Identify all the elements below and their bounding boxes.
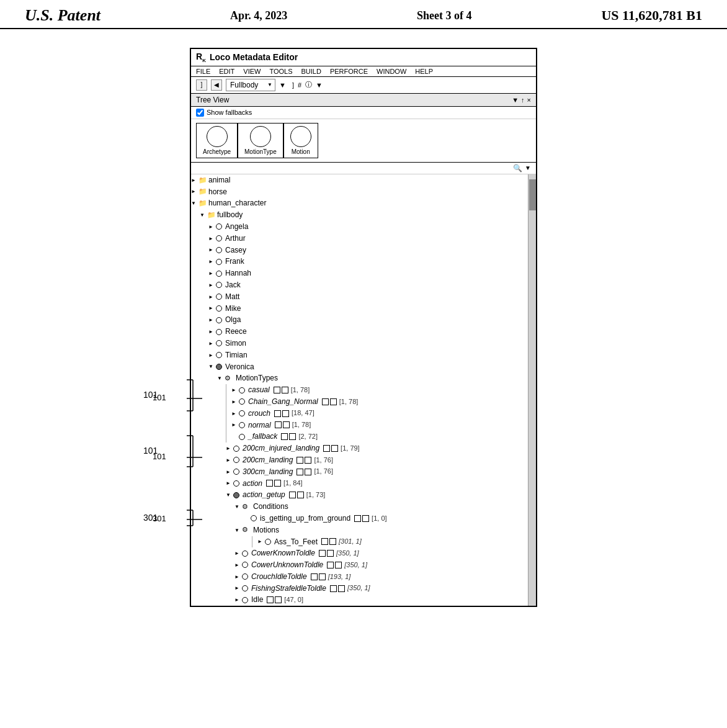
cb-ci-1[interactable] xyxy=(311,573,318,580)
tree-item-animal[interactable]: ► 📁 animal xyxy=(191,174,527,186)
tree-item-chain-gang-normal[interactable]: ► Chain_Gang_Normal [1, 78] xyxy=(226,396,527,408)
toolbar-hash[interactable]: # xyxy=(298,81,301,89)
tree-item-human-character[interactable]: ▼ 📁 human_character xyxy=(191,197,527,209)
menu-build[interactable]: BUILD xyxy=(301,68,321,75)
tree-item-casual[interactable]: ► casual [1, 78] xyxy=(226,384,527,396)
tree-item-fullbody[interactable]: ▼ 📁 fullbody xyxy=(191,209,527,221)
toolbar-person-btn[interactable]: ◀ xyxy=(211,79,222,91)
tree-item-casey[interactable]: ► Casey xyxy=(191,245,527,256)
tree-item-horse[interactable]: ► 📁 horse xyxy=(191,186,527,198)
tree-item-crouch-idle[interactable]: ► CrouchIdleToldle [193, 1] xyxy=(191,571,527,583)
tab-motion[interactable]: Motion xyxy=(283,123,318,158)
cb-200inj-2[interactable] xyxy=(331,445,338,452)
tree-item-cower-unknown[interactable]: ► CowerUnknownToldle [350, 1] xyxy=(191,559,527,571)
tree-item-angela[interactable]: ► Angela xyxy=(191,221,527,233)
show-fallbacks-checkbox[interactable] xyxy=(196,109,204,117)
tree-item-mike[interactable]: ► Mike xyxy=(191,303,527,315)
cb-normal-2[interactable] xyxy=(283,421,290,428)
cb-isgetting-1[interactable] xyxy=(354,515,361,522)
tree-item-is-getting-up[interactable]: is_getting_up_from_ground [1, 0] xyxy=(191,513,527,524)
tree-item-fallback[interactable]: ► _fallback [2, 72] xyxy=(226,431,527,443)
toolbar-down-arrow[interactable]: ▼ xyxy=(316,81,323,89)
cb-200land-2[interactable] xyxy=(305,457,311,464)
cb-actiongetup-2[interactable] xyxy=(297,492,304,498)
panel-ctrl-arrow[interactable]: ▼ xyxy=(512,96,519,104)
menu-perforce[interactable]: PERFORCE xyxy=(330,68,368,75)
scrollbar-thumb[interactable] xyxy=(529,179,536,210)
menu-view[interactable]: VIEW xyxy=(243,68,261,75)
cb-cgn-2[interactable] xyxy=(330,398,337,405)
cb-casual-1[interactable] xyxy=(274,387,280,393)
toolbar-dropdown[interactable]: Fullbody xyxy=(226,79,275,91)
tree-item-200cm-injured[interactable]: ► 200cm_injured_landing [1, 79] xyxy=(191,443,527,454)
cb-200land-1[interactable] xyxy=(297,457,303,464)
cb-fish-1[interactable] xyxy=(330,585,337,592)
scrollbar[interactable] xyxy=(528,174,536,606)
tree-item-cower-known[interactable]: ► CowerKnownToldle [350, 1] xyxy=(191,547,527,559)
tree-item-normal[interactable]: ► normal [1, 78] xyxy=(226,420,527,431)
cb-isgetting-2[interactable] xyxy=(362,515,369,522)
cb-idle-1[interactable] xyxy=(267,596,274,603)
cb-ci-2[interactable] xyxy=(319,573,326,580)
tree-item-simon[interactable]: ► Simon xyxy=(191,338,527,349)
tree-item-conditions[interactable]: ▼ ⚙ Conditions xyxy=(191,501,527,513)
panel-ctrl-pin[interactable]: ↑ xyxy=(521,96,525,104)
menu-help[interactable]: HELP xyxy=(415,68,433,75)
label-olga: Olga xyxy=(225,315,241,325)
cb-300land-2[interactable] xyxy=(305,469,311,475)
menu-tools[interactable]: TOOLS xyxy=(269,68,292,75)
cb-action-2[interactable] xyxy=(274,480,281,487)
cb-fallback-2[interactable] xyxy=(289,433,296,440)
cb-action-1[interactable] xyxy=(266,480,273,487)
tree-item-300cm-landing[interactable]: ► 300cm_landing [1, 76] xyxy=(191,466,527,478)
tree-item-arthur[interactable]: ► Arthur xyxy=(191,233,527,245)
panel-ctrl-close[interactable]: × xyxy=(527,96,531,104)
toolbar-bracket-btn[interactable]: ] xyxy=(196,79,207,91)
cb-fallback-1[interactable] xyxy=(281,433,288,440)
cb-idle-2[interactable] xyxy=(275,596,282,603)
tree-item-veronica[interactable]: ▼ Veronica xyxy=(191,361,527,373)
tree-item-frank[interactable]: ► Frank xyxy=(191,256,527,267)
cb-normal-1[interactable] xyxy=(275,421,282,428)
tree-item-action-getup[interactable]: ▼ action_getup [1, 73] xyxy=(191,489,527,501)
tab-archetype[interactable]: Archetype xyxy=(196,123,238,158)
tree-item-reece[interactable]: ► Reece xyxy=(191,326,527,338)
cb-crouch-1[interactable] xyxy=(274,410,281,417)
menu-window[interactable]: WINDOW xyxy=(377,68,406,75)
cb-cu-2[interactable] xyxy=(335,562,342,568)
cb-fish-2[interactable] xyxy=(338,585,345,592)
menu-file[interactable]: FILE xyxy=(196,68,210,75)
search-dropdown-arrow[interactable]: ▼ xyxy=(525,164,531,171)
search-icon[interactable]: 🔍 xyxy=(513,164,522,173)
tree-item-olga[interactable]: ► Olga xyxy=(191,314,527,326)
tree-item-crouch[interactable]: ► crouch [18, 47] xyxy=(226,408,527,420)
label-idle: Idle xyxy=(251,595,263,605)
tree-item-200cm-landing[interactable]: ► 200cm_landing [1, 76] xyxy=(191,454,527,466)
cb-ck-2[interactable] xyxy=(327,550,334,557)
cb-cu-1[interactable] xyxy=(327,562,334,568)
cb-cgn-1[interactable] xyxy=(322,398,329,405)
range-casual: [1, 78] xyxy=(291,385,310,395)
cb-casual-2[interactable] xyxy=(282,387,288,393)
tree-item-action[interactable]: ► action [1, 84] xyxy=(191,478,527,490)
tab-motiontype[interactable]: MotionType xyxy=(238,123,283,158)
tree-item-jack[interactable]: ► Jack xyxy=(191,279,527,291)
menu-edit[interactable]: EDIT xyxy=(219,68,234,75)
cb-200inj-1[interactable] xyxy=(323,445,330,452)
tree-item-hannah[interactable]: ► Hannah xyxy=(191,267,527,279)
cb-crouch-2[interactable] xyxy=(282,410,289,417)
toolbar-question[interactable]: ⓘ xyxy=(305,80,312,89)
tree-item-matt[interactable]: ► Matt xyxy=(191,291,527,303)
tree-item-ass-to-feet[interactable]: ► Ass_To_Feet [301, 1] xyxy=(252,536,527,548)
node-300land xyxy=(233,469,239,475)
tree-item-idle[interactable]: ► Idle [47, 0] xyxy=(191,594,527,606)
tree-item-timian[interactable]: ► Timian xyxy=(191,349,527,361)
cb-actiongetup-1[interactable] xyxy=(289,492,296,498)
tree-item-motions[interactable]: ▼ ⚙ Motions xyxy=(191,524,527,536)
cb-atf-1[interactable] xyxy=(321,538,328,545)
cb-ck-1[interactable] xyxy=(319,550,326,557)
cb-300land-1[interactable] xyxy=(297,469,303,475)
tree-item-fishing[interactable]: ► FishingStrafeldleToldle [350, 1] xyxy=(191,583,527,595)
cb-atf-2[interactable] xyxy=(329,538,336,545)
tree-item-motiontypes[interactable]: ▼ ⚙ MotionTypes xyxy=(191,372,527,384)
